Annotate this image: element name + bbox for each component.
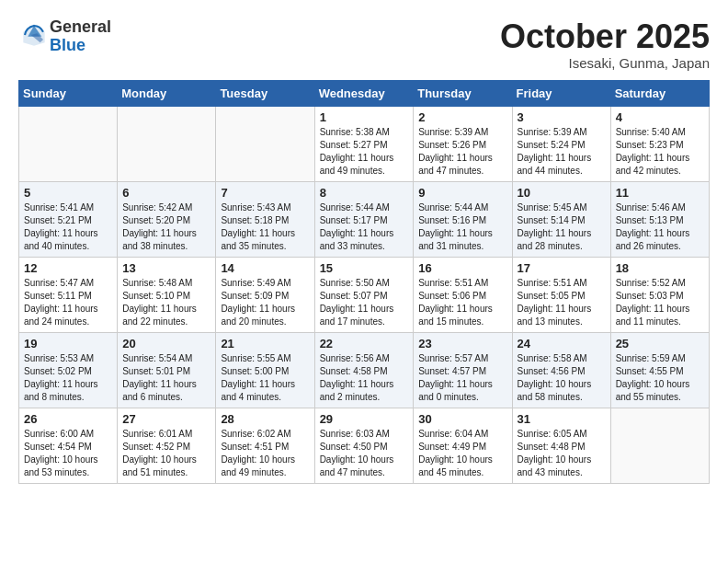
calendar-cell: 16Sunrise: 5:51 AM Sunset: 5:06 PM Dayli… — [414, 257, 512, 332]
day-info: Sunrise: 6:04 AM Sunset: 4:49 PM Dayligh… — [418, 428, 506, 479]
day-info: Sunrise: 5:40 AM Sunset: 5:23 PM Dayligh… — [616, 126, 704, 178]
logo-general-text: General — [50, 18, 111, 37]
day-number: 22 — [320, 337, 409, 350]
day-info: Sunrise: 5:48 AM Sunset: 5:10 PM Dayligh… — [122, 277, 210, 328]
calendar-cell: 26Sunrise: 6:00 AM Sunset: 4:54 PM Dayli… — [19, 408, 118, 483]
day-info: Sunrise: 5:47 AM Sunset: 5:11 PM Dayligh… — [24, 277, 112, 328]
month-title: October 2025 — [500, 18, 710, 55]
calendar-cell: 29Sunrise: 6:03 AM Sunset: 4:50 PM Dayli… — [314, 408, 414, 483]
calendar-cell — [610, 408, 709, 483]
day-number: 7 — [221, 186, 309, 200]
calendar-cell: 9Sunrise: 5:44 AM Sunset: 5:16 PM Daylig… — [414, 181, 512, 257]
day-number: 17 — [518, 261, 606, 275]
day-info: Sunrise: 5:44 AM Sunset: 5:17 PM Dayligh… — [320, 201, 409, 253]
day-number: 20 — [122, 337, 210, 350]
calendar-week-row: 12Sunrise: 5:47 AM Sunset: 5:11 PM Dayli… — [19, 257, 710, 332]
day-number: 31 — [518, 412, 606, 426]
day-info: Sunrise: 6:03 AM Sunset: 4:50 PM Dayligh… — [320, 428, 409, 479]
calendar-cell: 6Sunrise: 5:42 AM Sunset: 5:20 PM Daylig… — [118, 181, 216, 257]
calendar-cell: 24Sunrise: 5:58 AM Sunset: 4:56 PM Dayli… — [512, 332, 610, 408]
day-number: 26 — [24, 412, 112, 426]
calendar-cell: 13Sunrise: 5:48 AM Sunset: 5:10 PM Dayli… — [118, 257, 216, 332]
calendar-cell: 7Sunrise: 5:43 AM Sunset: 5:18 PM Daylig… — [216, 181, 314, 257]
day-info: Sunrise: 5:39 AM Sunset: 5:24 PM Dayligh… — [518, 126, 606, 178]
day-number: 19 — [24, 337, 112, 350]
day-number: 2 — [418, 110, 506, 124]
calendar-cell: 12Sunrise: 5:47 AM Sunset: 5:11 PM Dayli… — [19, 257, 118, 332]
day-info: Sunrise: 6:01 AM Sunset: 4:52 PM Dayligh… — [122, 428, 210, 479]
day-info: Sunrise: 5:39 AM Sunset: 5:26 PM Dayligh… — [418, 126, 506, 178]
day-info: Sunrise: 6:05 AM Sunset: 4:48 PM Dayligh… — [518, 428, 606, 479]
day-info: Sunrise: 5:59 AM Sunset: 4:55 PM Dayligh… — [616, 352, 704, 404]
day-info: Sunrise: 5:56 AM Sunset: 4:58 PM Dayligh… — [320, 352, 409, 404]
calendar-cell: 31Sunrise: 6:05 AM Sunset: 4:48 PM Dayli… — [512, 408, 610, 483]
logo-icon — [20, 21, 48, 49]
calendar-cell: 19Sunrise: 5:53 AM Sunset: 5:02 PM Dayli… — [19, 332, 118, 408]
day-info: Sunrise: 5:50 AM Sunset: 5:07 PM Dayligh… — [320, 277, 409, 328]
day-number: 1 — [320, 110, 409, 124]
day-number: 25 — [616, 337, 704, 350]
day-info: Sunrise: 5:42 AM Sunset: 5:20 PM Dayligh… — [122, 201, 210, 253]
day-number: 11 — [616, 186, 704, 200]
calendar-cell: 5Sunrise: 5:41 AM Sunset: 5:21 PM Daylig… — [19, 181, 118, 257]
calendar-cell: 25Sunrise: 5:59 AM Sunset: 4:55 PM Dayli… — [610, 332, 709, 408]
page-header: General Blue October 2025 Isesaki, Gunma… — [18, 18, 710, 71]
calendar-week-row: 5Sunrise: 5:41 AM Sunset: 5:21 PM Daylig… — [19, 181, 710, 257]
calendar-cell: 8Sunrise: 5:44 AM Sunset: 5:17 PM Daylig… — [314, 181, 414, 257]
calendar-cell: 23Sunrise: 5:57 AM Sunset: 4:57 PM Dayli… — [414, 332, 512, 408]
calendar-cell: 28Sunrise: 6:02 AM Sunset: 4:51 PM Dayli… — [216, 408, 314, 483]
calendar-cell: 22Sunrise: 5:56 AM Sunset: 4:58 PM Dayli… — [314, 332, 414, 408]
calendar-cell: 18Sunrise: 5:52 AM Sunset: 5:03 PM Dayli… — [610, 257, 709, 332]
weekday-header-thursday: Thursday — [414, 80, 512, 106]
day-info: Sunrise: 5:43 AM Sunset: 5:18 PM Dayligh… — [221, 201, 309, 253]
weekday-header-wednesday: Wednesday — [314, 80, 414, 106]
day-info: Sunrise: 5:49 AM Sunset: 5:09 PM Dayligh… — [221, 277, 309, 328]
calendar-cell: 2Sunrise: 5:39 AM Sunset: 5:26 PM Daylig… — [414, 106, 512, 181]
day-info: Sunrise: 6:00 AM Sunset: 4:54 PM Dayligh… — [24, 428, 112, 479]
day-number: 30 — [418, 412, 506, 426]
calendar-cell — [19, 106, 118, 181]
calendar-cell: 4Sunrise: 5:40 AM Sunset: 5:23 PM Daylig… — [610, 106, 709, 181]
day-number: 16 — [418, 261, 506, 275]
day-info: Sunrise: 5:53 AM Sunset: 5:02 PM Dayligh… — [24, 352, 112, 404]
weekday-header-monday: Monday — [118, 80, 216, 106]
day-number: 13 — [122, 261, 210, 275]
calendar-cell: 17Sunrise: 5:51 AM Sunset: 5:05 PM Dayli… — [512, 257, 610, 332]
weekday-header-sunday: Sunday — [19, 80, 118, 106]
calendar-cell — [118, 106, 216, 181]
day-number: 5 — [24, 186, 112, 200]
day-number: 15 — [320, 261, 409, 275]
calendar-cell: 14Sunrise: 5:49 AM Sunset: 5:09 PM Dayli… — [216, 257, 314, 332]
day-number: 28 — [221, 412, 309, 426]
day-info: Sunrise: 5:41 AM Sunset: 5:21 PM Dayligh… — [24, 201, 112, 253]
day-info: Sunrise: 5:58 AM Sunset: 4:56 PM Dayligh… — [518, 352, 606, 404]
title-block: October 2025 Isesaki, Gunma, Japan — [500, 18, 710, 71]
day-number: 27 — [122, 412, 210, 426]
day-number: 9 — [418, 186, 506, 200]
day-number: 4 — [616, 110, 704, 124]
day-number: 24 — [518, 337, 606, 350]
calendar-cell: 27Sunrise: 6:01 AM Sunset: 4:52 PM Dayli… — [118, 408, 216, 483]
day-info: Sunrise: 5:52 AM Sunset: 5:03 PM Dayligh… — [616, 277, 704, 328]
logo: General Blue — [18, 18, 111, 55]
calendar-cell: 10Sunrise: 5:45 AM Sunset: 5:14 PM Dayli… — [512, 181, 610, 257]
weekday-header-row: SundayMondayTuesdayWednesdayThursdayFrid… — [19, 80, 710, 106]
day-number: 14 — [221, 261, 309, 275]
calendar-table: SundayMondayTuesdayWednesdayThursdayFrid… — [18, 80, 710, 484]
day-info: Sunrise: 5:38 AM Sunset: 5:27 PM Dayligh… — [320, 126, 409, 178]
calendar-cell: 11Sunrise: 5:46 AM Sunset: 5:13 PM Dayli… — [610, 181, 709, 257]
calendar-cell: 21Sunrise: 5:55 AM Sunset: 5:00 PM Dayli… — [216, 332, 314, 408]
weekday-header-tuesday: Tuesday — [216, 80, 314, 106]
day-number: 29 — [320, 412, 409, 426]
day-number: 21 — [221, 337, 309, 350]
calendar-week-row: 19Sunrise: 5:53 AM Sunset: 5:02 PM Dayli… — [19, 332, 710, 408]
day-number: 18 — [616, 261, 704, 275]
day-number: 12 — [24, 261, 112, 275]
day-info: Sunrise: 5:54 AM Sunset: 5:01 PM Dayligh… — [122, 352, 210, 404]
day-info: Sunrise: 5:51 AM Sunset: 5:06 PM Dayligh… — [418, 277, 506, 328]
day-number: 8 — [320, 186, 409, 200]
day-number: 3 — [518, 110, 606, 124]
calendar-cell — [216, 106, 314, 181]
day-number: 6 — [122, 186, 210, 200]
calendar-cell: 3Sunrise: 5:39 AM Sunset: 5:24 PM Daylig… — [512, 106, 610, 181]
